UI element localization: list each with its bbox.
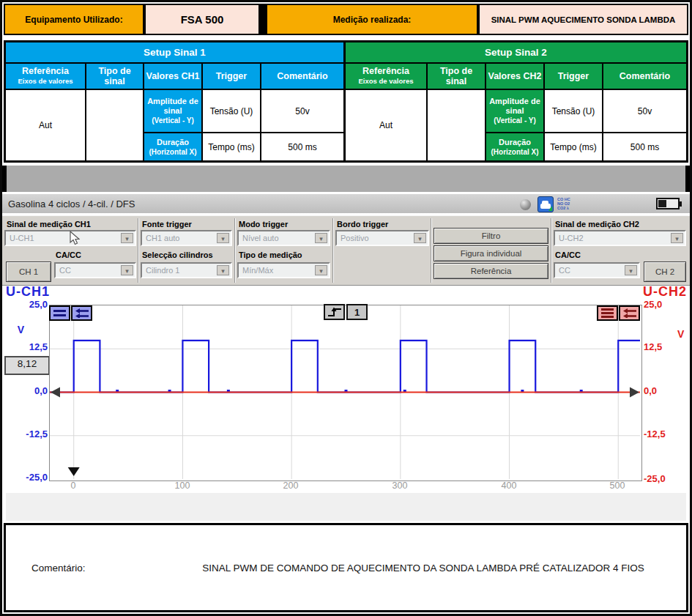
single-shot-button[interactable]: Figura individual bbox=[434, 245, 548, 261]
top-header-row: Equipamento Utilizado: FSA 500 Medição r… bbox=[4, 4, 688, 35]
setup-signal-1-table: Setup Sinal 1 Referência Eixos de valore… bbox=[4, 40, 346, 163]
equipment-label-cell: Equipamento Utilizado: bbox=[4, 4, 144, 35]
y-tick-right-12-5: 12,5 bbox=[644, 341, 682, 352]
trigger-source-label: Fonte trigger bbox=[142, 220, 192, 229]
y-tick-right-neg25: -25,0 bbox=[644, 473, 682, 484]
setup1-row1-valor: 50v bbox=[261, 90, 343, 132]
setup2-row2-tipo: Tempo (ms) bbox=[545, 133, 602, 160]
setup1-col-tipo: Tipo de sinal bbox=[86, 64, 143, 89]
setup1-row1-ref: Amplitude de sinal (Vertical - Y) bbox=[144, 90, 201, 132]
setup1-comentario-value bbox=[86, 90, 143, 160]
setup1-row2-tipo: Tempo (ms) bbox=[203, 133, 260, 160]
comment-label: Comentário: bbox=[31, 563, 86, 574]
trigger-mode-label: Modo trigger bbox=[239, 220, 288, 229]
x-tick-200: 200 bbox=[272, 480, 309, 491]
separator-band bbox=[2, 166, 690, 192]
y-tick-right-25: 25,0 bbox=[644, 299, 682, 310]
y-tick-left-0: 0,0 bbox=[12, 385, 48, 396]
report-page: Equipamento Utilizado: FSA 500 Medição r… bbox=[0, 0, 692, 616]
ch1-signal-label: Sinal de medição CH1 bbox=[7, 220, 91, 229]
setup2-col-referencia: Referência Eixos de valores bbox=[346, 64, 426, 89]
ch1-position-icons[interactable] bbox=[49, 305, 92, 321]
measurement-value-cell: SINAL PWM AQUECIMENTO SONDA LAMBDA bbox=[478, 4, 688, 35]
setup1-row2-valor: 500 ms bbox=[261, 133, 343, 160]
y-tick-left-neg25: -25,0 bbox=[12, 472, 48, 483]
ch1-level-icon[interactable] bbox=[49, 305, 70, 321]
trigger-source-select[interactable]: CH1 auto bbox=[141, 230, 232, 246]
unit-right: V bbox=[677, 328, 692, 340]
waveform-canvas bbox=[50, 305, 640, 479]
setup1-row2-ref: Duração (Horizontal X) bbox=[144, 133, 201, 160]
trigger-badge[interactable]: 1 bbox=[324, 304, 368, 320]
ch2-shift-left-icon[interactable] bbox=[619, 305, 640, 321]
setup2-row1-valor: 50v bbox=[603, 90, 686, 132]
ch2-signal-label: Sinal de medição CH2 bbox=[555, 220, 639, 229]
setup2-title: Setup Sinal 2 bbox=[346, 42, 686, 62]
setup2-comentario-value bbox=[428, 90, 485, 160]
setup2-col-tipo: Tipo de sinal bbox=[428, 64, 485, 89]
setup2-col-comentario: Comentário bbox=[603, 64, 686, 89]
scope-title-bar: Gasolina 4 ciclos / 4-cil. / DFS CO HC N… bbox=[2, 194, 690, 215]
setup1-col-referencia: Referência Eixos de valores bbox=[6, 64, 85, 89]
scope-toolbar: Sinal de medição CH1 U-CH1 CH 1 CA/CC CC… bbox=[2, 215, 690, 286]
gas-values-icon: CO HC NO O2 CO2 λ bbox=[557, 197, 570, 210]
ch1-value-readout: 8,12 bbox=[4, 356, 50, 375]
scope-title-text: Gasolina 4 ciclos / 4-cil. / DFS bbox=[8, 198, 135, 209]
setup2-row2-valor: 500 ms bbox=[603, 133, 686, 160]
y-tick-left-25: 25,0 bbox=[12, 299, 48, 310]
ch1-button[interactable]: CH 1 bbox=[6, 261, 51, 282]
scope-display: U-CH1 U-CH2 25,0 12,5 0,0 -12,5 -25,0 V … bbox=[2, 286, 690, 493]
x-tick-400: 400 bbox=[491, 480, 527, 491]
scope-footer-strip bbox=[6, 493, 686, 521]
setup2-col-trigger: Trigger bbox=[545, 64, 602, 89]
waveform-plot-area bbox=[49, 305, 642, 481]
ch2-cacc-select[interactable]: CC bbox=[554, 262, 640, 278]
ch2-position-icons[interactable] bbox=[597, 305, 640, 321]
ch2-level-icon[interactable] bbox=[597, 305, 618, 321]
measurement-type-label: Tipo de medição bbox=[239, 251, 302, 259]
setup2-row1-tipo: Tensão (U) bbox=[545, 90, 602, 132]
ch1-cacc-select[interactable]: CC bbox=[54, 262, 136, 278]
setup2-row2-ref: Duração (Horizontal X) bbox=[486, 133, 543, 160]
ch1-shift-left-icon[interactable] bbox=[71, 305, 92, 321]
setup2-col-valores: Valores CH2 bbox=[486, 64, 543, 89]
setup1-col-valores: Valores CH1 bbox=[144, 64, 201, 89]
comment-text: SINAL PWM DE COMANDO DE AQUECIMENTO DA S… bbox=[167, 563, 680, 574]
setup1-title: Setup Sinal 1 bbox=[6, 42, 343, 62]
filter-button[interactable]: Filtro bbox=[434, 228, 548, 244]
ch2-axis-title: U-CH2 bbox=[621, 284, 687, 300]
cylinder-select[interactable]: Cilindro 1 bbox=[141, 262, 232, 278]
trigger-edge-icon[interactable] bbox=[324, 304, 345, 320]
setup1-col-comentario: Comentário bbox=[261, 64, 343, 89]
ch2-signal-select[interactable]: U-CH2 bbox=[554, 230, 686, 246]
unit-left: V bbox=[0, 324, 24, 335]
trigger-edge-label: Bordo trigger bbox=[337, 220, 388, 229]
trigger-edge-select[interactable]: Positivo bbox=[335, 230, 429, 246]
cylinder-select-label: Selecção cilindros bbox=[142, 251, 213, 259]
trigger-channel-number: 1 bbox=[346, 304, 368, 320]
battery-icon bbox=[656, 198, 680, 209]
ch1-cacc-label: CA/CC bbox=[56, 251, 81, 259]
x-tick-100: 100 bbox=[164, 480, 201, 491]
setup-signal-2-table: Setup Sinal 2 Referência Eixos de valore… bbox=[343, 40, 688, 163]
y-tick-left-12-5: 12,5 bbox=[12, 341, 48, 352]
setup1-col-trigger: Trigger bbox=[203, 64, 260, 89]
y-tick-left-neg12-5: -12,5 bbox=[12, 428, 48, 439]
measurement-label-cell: Medição realizada: bbox=[266, 4, 478, 35]
ch1-axis-title: U-CH1 bbox=[6, 284, 50, 300]
y-tick-right-neg12-5: -12,5 bbox=[644, 428, 682, 439]
setup1-trigger-value: Aut bbox=[6, 90, 85, 160]
ch2-button[interactable]: CH 2 bbox=[644, 261, 686, 282]
comment-box: Comentário: SINAL PWM DE COMANDO DE AQUE… bbox=[4, 523, 688, 612]
x-tick-500: 500 bbox=[599, 480, 636, 491]
setup1-row1-tipo: Tensão (U) bbox=[203, 90, 260, 132]
ch2-cacc-label: CA/CC bbox=[555, 251, 581, 259]
trigger-mode-select[interactable]: Nível auto bbox=[237, 230, 330, 246]
y-tick-right-0: 0,0 bbox=[644, 385, 682, 396]
vehicle-icon[interactable] bbox=[537, 196, 554, 212]
setup2-trigger-value: Aut bbox=[346, 90, 426, 160]
status-led-icon bbox=[520, 199, 531, 210]
x-tick-0: 0 bbox=[55, 480, 92, 491]
measurement-type-select[interactable]: Mín/Máx bbox=[237, 262, 330, 278]
reference-button[interactable]: Referência bbox=[434, 263, 548, 279]
